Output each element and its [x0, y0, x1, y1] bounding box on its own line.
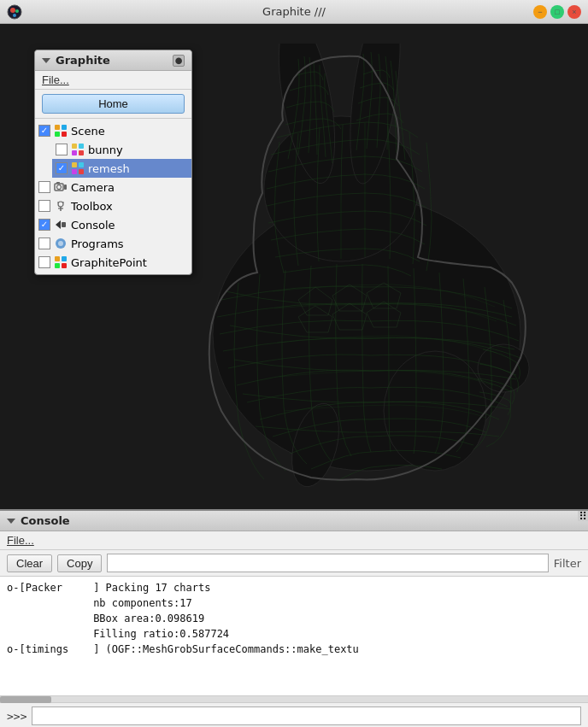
- svg-rect-19: [72, 162, 77, 167]
- toolbox-icon: [53, 198, 68, 214]
- svg-rect-14: [62, 132, 67, 137]
- app-icon: [7, 4, 22, 20]
- bunny-label: bunny: [88, 144, 123, 156]
- tree-item-remesh[interactable]: remesh: [52, 159, 191, 178]
- svg-rect-37: [62, 256, 67, 261]
- svg-marker-32: [56, 220, 61, 229]
- close-button[interactable]: ×: [567, 5, 581, 19]
- console-file-button[interactable]: File...: [7, 534, 34, 547]
- svg-rect-39: [62, 263, 67, 268]
- console-input-row: >>>: [0, 703, 588, 727]
- tree-item-graphitepoint[interactable]: GraphitePoint: [35, 253, 191, 272]
- camera-label: Camera: [71, 181, 115, 194]
- home-btn-container: Home: [35, 90, 191, 119]
- svg-rect-18: [79, 150, 84, 155]
- svg-rect-12: [62, 125, 67, 130]
- svg-rect-36: [55, 256, 60, 261]
- svg-rect-22: [79, 169, 84, 174]
- resize-handle[interactable]: ⠿: [578, 511, 588, 521]
- svg-rect-25: [64, 185, 67, 190]
- filter-label: Filter: [554, 557, 581, 570]
- window-title: Graphite ///: [262, 5, 326, 18]
- tree-item-camera[interactable]: Camera: [35, 178, 191, 196]
- clear-button[interactable]: Clear: [7, 554, 52, 572]
- programs-checkbox[interactable]: [38, 237, 50, 249]
- panel-file-button[interactable]: File...: [42, 73, 69, 86]
- panel-file-menu: File...: [35, 71, 191, 90]
- console-input[interactable]: [32, 706, 581, 725]
- graphitepoint-label: GraphitePoint: [71, 256, 147, 269]
- panel-header-left: Graphite: [42, 54, 110, 67]
- svg-point-8: [478, 344, 529, 392]
- svg-point-35: [58, 241, 63, 246]
- maximize-button[interactable]: □: [550, 5, 564, 19]
- home-button[interactable]: Home: [42, 94, 185, 114]
- remesh-checkbox[interactable]: [56, 162, 68, 174]
- console-file-bar: File...: [0, 531, 588, 550]
- svg-rect-20: [79, 162, 84, 167]
- copy-button[interactable]: Copy: [57, 554, 102, 572]
- console-collapse-icon: [7, 519, 15, 524]
- tree-item-toolbox[interactable]: Toolbox: [35, 196, 191, 215]
- console-icon: [53, 217, 68, 232]
- svg-point-24: [57, 185, 62, 190]
- remesh-label: remesh: [88, 162, 130, 175]
- svg-point-3: [13, 14, 16, 17]
- svg-point-10: [384, 351, 486, 471]
- window-controls: − □ ×: [533, 5, 581, 19]
- programs-label: Programs: [71, 237, 124, 250]
- console-toolbar: Clear Copy Filter: [0, 550, 588, 577]
- collapse-icon: [42, 58, 50, 63]
- programs-icon: [53, 236, 68, 251]
- scene-icon: [53, 123, 68, 138]
- svg-rect-26: [56, 182, 60, 184]
- console-checkbox[interactable]: [38, 219, 50, 231]
- console-scrollbar[interactable]: [0, 696, 588, 703]
- panel-header[interactable]: Graphite ●: [35, 50, 191, 71]
- tree-item-programs[interactable]: Programs: [35, 234, 191, 253]
- minimize-button[interactable]: −: [533, 5, 547, 19]
- titlebar: Graphite /// − □ ×: [0, 0, 588, 24]
- svg-rect-17: [72, 150, 77, 155]
- graphitepoint-checkbox[interactable]: [38, 256, 50, 268]
- console-output: o-[Packer ] Packing 17 charts nb compone…: [0, 577, 588, 696]
- svg-rect-13: [55, 132, 60, 137]
- svg-point-1: [10, 8, 15, 13]
- camera-checkbox[interactable]: [38, 181, 50, 193]
- toolbox-checkbox[interactable]: [38, 200, 50, 212]
- panel-title: Graphite: [56, 54, 110, 67]
- bunny-icon: [70, 142, 85, 157]
- bunny-checkbox[interactable]: [56, 144, 68, 155]
- console-line-2: nb components:17: [7, 595, 581, 611]
- console-label: Console: [71, 219, 115, 232]
- remesh-icon: [70, 161, 85, 176]
- console-line-5: o-[timings ] (OGF::MeshGrobSurfaceComman…: [7, 642, 581, 657]
- filter-input[interactable]: [107, 554, 548, 572]
- svg-rect-15: [72, 144, 77, 149]
- console-header: Console ⠿: [0, 511, 588, 531]
- console-line-4: Filling ratio:0.587724: [7, 626, 581, 642]
- scene-tree: Scene bunny: [35, 119, 191, 274]
- toolbox-label: Toolbox: [71, 200, 113, 213]
- scene-checkbox[interactable]: [38, 125, 50, 137]
- wireframe-bunny: [127, 44, 572, 522]
- console-title: Console: [21, 514, 70, 527]
- tree-item-bunny[interactable]: bunny: [52, 140, 191, 159]
- svg-rect-11: [55, 125, 60, 130]
- svg-rect-38: [55, 263, 60, 268]
- graphite-panel: Graphite ● File... Home: [34, 50, 192, 275]
- tree-item-console[interactable]: Console: [35, 215, 191, 234]
- console-line-1: o-[Packer ] Packing 17 charts: [7, 580, 581, 595]
- main-viewport: Graphite ● File... Home: [0, 24, 588, 533]
- svg-point-2: [15, 9, 19, 13]
- scrollbar-thumb[interactable]: [0, 696, 51, 703]
- graphitepoint-icon: [53, 255, 68, 270]
- camera-icon: [53, 179, 68, 195]
- console-panel: Console ⠿ File... Clear Copy Filter o-[P…: [0, 509, 588, 727]
- svg-rect-16: [79, 144, 84, 149]
- svg-rect-21: [72, 169, 77, 174]
- svg-rect-33: [62, 222, 66, 227]
- titlebar-left: [7, 4, 22, 20]
- tree-item-scene[interactable]: Scene: [35, 121, 191, 140]
- panel-close-btn[interactable]: ●: [173, 55, 185, 67]
